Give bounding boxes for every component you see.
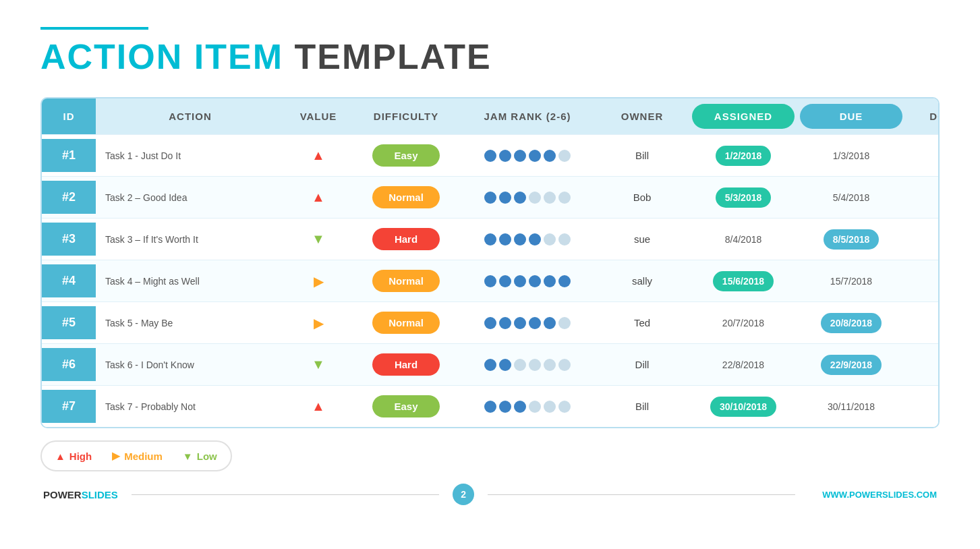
cell-due: 5/4/2018 [797, 182, 905, 212]
cell-due: 15/7/2018 [797, 266, 905, 296]
assigned-plain: 20/7/2018 [722, 318, 764, 328]
dot-empty-icon [544, 401, 556, 413]
difficulty-badge: Hard [372, 353, 440, 376]
cell-assigned: 30/10/2018 [689, 387, 797, 426]
cell-action: Task 3 – If It's Worth It [96, 225, 285, 254]
difficulty-badge: Hard [372, 228, 440, 250]
dash-icon: — [938, 314, 940, 331]
legend: ▲ High ▶ Medium ▼ Low [40, 440, 232, 471]
slide: ACTION ITEM TEMPLATE ID ACTION VALUE DIF… [0, 0, 980, 549]
action-table: ID ACTION VALUE DIFFICULTY JAM RANK (2-6… [40, 97, 940, 428]
cell-due: 30/11/2018 [797, 391, 905, 422]
cell-action: Task 2 – Good Idea [96, 183, 285, 212]
dot-filled-icon [499, 150, 511, 162]
cell-difficulty: Easy [352, 386, 460, 427]
dot-empty-icon [529, 359, 541, 371]
cell-owner: Bill [595, 140, 689, 171]
due-plain: 30/11/2018 [828, 401, 875, 412]
jam-dots [467, 401, 588, 413]
footer-brand: POWERSLIDES [43, 489, 118, 500]
header-due: DUE [800, 104, 902, 129]
dot-filled-icon [529, 233, 541, 245]
cell-difficulty: Easy [352, 135, 460, 176]
cell-owner: sally [595, 266, 689, 296]
cell-done: ✔ [905, 221, 940, 258]
dot-filled-icon [514, 150, 526, 162]
footer-page-number: 2 [453, 484, 474, 505]
dot-filled-icon [484, 192, 496, 204]
value-arrow-up-icon: ▲ [312, 148, 325, 163]
value-arrow-down-icon: ▼ [312, 357, 325, 372]
footer-url: WWW.POWERSLIDES.COM [822, 490, 937, 500]
arrow-up-icon: ▲ [55, 451, 65, 462]
legend-medium-label: Medium [124, 451, 163, 462]
cell-done: ✔ [905, 263, 940, 299]
dot-filled-icon [529, 150, 541, 162]
cell-jam-rank [460, 182, 595, 213]
dot-filled-icon [499, 401, 511, 413]
cell-value: ▶ [285, 306, 352, 341]
dot-empty-icon [544, 233, 556, 245]
difficulty-badge: Normal [372, 186, 440, 208]
cell-id: #3 [42, 223, 96, 256]
legend-medium: ▶ Medium [112, 450, 163, 462]
title-bar: ACTION ITEM TEMPLATE [40, 27, 940, 77]
dot-filled-icon [529, 275, 541, 287]
cell-owner: Dill [595, 349, 689, 380]
cell-due: 20/8/2018 [797, 304, 905, 343]
header-done: DONE [905, 98, 940, 134]
dot-filled-icon [514, 192, 526, 204]
header-assigned: ASSIGNED [692, 104, 795, 129]
due-badge: 8/5/2018 [824, 229, 880, 250]
dot-empty-icon [558, 150, 571, 162]
jam-dots [467, 233, 588, 245]
cell-done: — [905, 179, 940, 216]
arrow-down-icon: ▼ [183, 451, 193, 462]
dot-empty-icon [558, 233, 571, 245]
difficulty-badge: Normal [372, 270, 440, 292]
dot-empty-icon [544, 192, 556, 204]
jam-dots [467, 192, 588, 204]
cell-action: Task 1 - Just Do It [96, 141, 285, 171]
dot-empty-icon [558, 317, 571, 329]
assigned-plain: 22/8/2018 [722, 359, 764, 370]
difficulty-badge: Easy [372, 395, 440, 417]
assigned-badge: 15/6/2018 [713, 271, 774, 291]
cell-id: #6 [42, 348, 96, 381]
table-header: ID ACTION VALUE DIFFICULTY JAM RANK (2-6… [42, 98, 938, 134]
header-id: ID [42, 98, 96, 134]
jam-dots [467, 275, 588, 287]
cell-done: — [905, 388, 940, 425]
page-title: ACTION ITEM TEMPLATE [40, 36, 940, 77]
cell-jam-rank [460, 224, 595, 255]
dot-filled-icon [544, 150, 556, 162]
assigned-plain: 8/4/2018 [725, 234, 762, 245]
jam-dots [467, 317, 588, 329]
dot-filled-icon [484, 317, 496, 329]
cell-assigned: 20/7/2018 [689, 308, 797, 338]
cell-owner: Bill [595, 391, 689, 422]
due-badge: 22/9/2018 [821, 355, 882, 375]
cell-assigned: 15/6/2018 [689, 262, 797, 301]
dot-filled-icon [514, 275, 526, 287]
footer: POWERSLIDES 2 WWW.POWERSLIDES.COM [40, 484, 940, 505]
difficulty-badge: Normal [372, 312, 440, 334]
cell-id: #1 [42, 139, 96, 172]
cell-value: ▲ [285, 389, 352, 424]
dot-filled-icon [514, 317, 526, 329]
title-accent: ACTION ITEM [40, 37, 283, 76]
dot-filled-icon [484, 275, 496, 287]
cell-value: ▲ [285, 180, 352, 214]
value-arrow-up-icon: ▲ [312, 399, 325, 413]
table-body: #1Task 1 - Just Do It▲EasyBill1/2/20181/… [42, 134, 938, 427]
table-row: #1Task 1 - Just Do It▲EasyBill1/2/20181/… [42, 134, 938, 176]
dot-filled-icon [499, 317, 511, 329]
dot-empty-icon [544, 359, 556, 371]
cell-owner: sue [595, 224, 689, 254]
legend-low: ▼ Low [183, 451, 217, 462]
cell-value: ▲ [285, 138, 352, 173]
dot-filled-icon [484, 150, 496, 162]
dot-filled-icon [499, 359, 511, 371]
table-row: #6Task 6 - I Don't Know▼HardDill22/8/201… [42, 343, 938, 385]
assigned-badge: 5/3/2018 [716, 187, 772, 208]
